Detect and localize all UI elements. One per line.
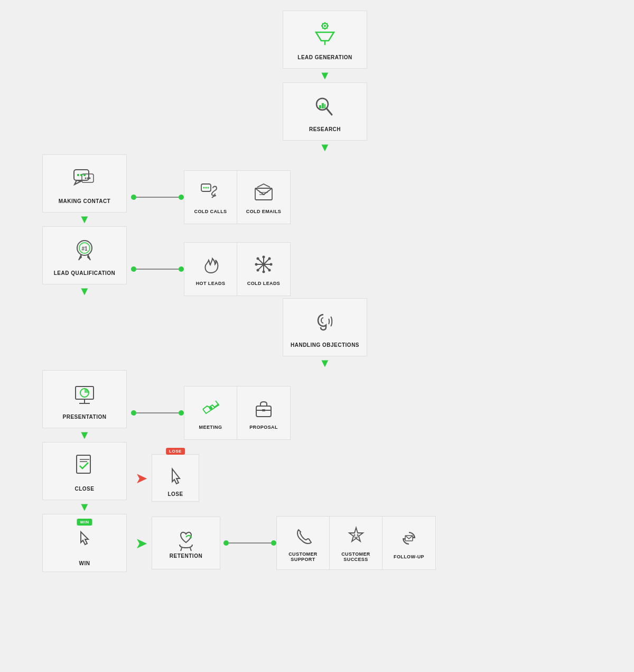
arrow-down-2: ▼	[319, 142, 331, 153]
branch-box-1: COLD CALLS	[184, 170, 291, 224]
close-wrapper: CLOSE ▼	[42, 442, 127, 514]
lead-qualification-row: #1 LEAD QUALIFICATION ▼	[26, 226, 608, 298]
svg-point-24	[87, 177, 89, 179]
meeting-icon	[200, 398, 221, 421]
handling-objections-label: HANDLING OBJECTIONS	[291, 342, 359, 348]
lose-branch: ➤ LOSE LOSE	[131, 454, 199, 502]
cold-calls-icon	[200, 182, 221, 206]
svg-marker-18	[74, 180, 81, 185]
hot-leads-icon	[200, 254, 221, 278]
svg-line-8	[327, 23, 328, 24]
cold-emails-item: COLD EMAILS	[237, 171, 290, 224]
presentation-icon	[71, 380, 98, 410]
branch-dot-right-2	[179, 266, 184, 272]
lead-generation-wrapper: LEAD GENERATION ▼	[42, 11, 608, 82]
svg-point-32	[207, 187, 209, 188]
branch-dot-left-4	[223, 540, 229, 546]
branch-dot-left-3	[131, 410, 136, 416]
close-box: CLOSE	[42, 442, 127, 500]
making-contact-box: MAKING CONTACT	[42, 154, 127, 213]
lead-qualification-wrapper: #1 LEAD QUALIFICATION ▼	[42, 226, 127, 298]
customer-success-icon	[346, 526, 366, 548]
branch-dot-right-4	[271, 540, 276, 546]
arrow-down-3: ▼	[79, 214, 90, 225]
cold-calls-item: COLD CALLS	[184, 171, 237, 224]
branch-box-2: HOT LEADS	[184, 242, 291, 296]
arrow-down-1: ▼	[319, 70, 331, 81]
lead-generation-label: LEAD GENERATION	[297, 54, 352, 60]
svg-rect-16	[324, 104, 325, 108]
branch-connector-1: COLD CALLS	[131, 170, 291, 224]
customer-support-icon	[293, 526, 313, 548]
cold-emails-label: COLD EMAILS	[246, 209, 281, 214]
hot-leads-label: HOT LEADS	[196, 281, 226, 286]
branch-dot-right-3	[179, 410, 184, 416]
cold-leads-icon	[253, 254, 274, 278]
svg-marker-41	[79, 254, 82, 260]
win-icon	[71, 527, 98, 556]
lose-badge: LOSE	[166, 448, 185, 455]
research-icon	[312, 93, 338, 122]
red-arrow-lose: ➤	[135, 470, 147, 487]
svg-text:#1: #1	[81, 246, 88, 252]
customer-support-label: CUSTOMER SUPPORT	[280, 551, 326, 562]
win-badge: WIN	[77, 519, 92, 526]
win-box: WIN WIN	[42, 514, 127, 572]
cold-leads-item: COLD LEADS	[237, 243, 290, 296]
lead-qualification-box: #1 LEAD QUALIFICATION	[42, 226, 127, 284]
svg-rect-14	[319, 105, 321, 108]
customer-support-item: CUSTOMER SUPPORT	[277, 517, 330, 569]
svg-rect-63	[262, 409, 265, 411]
lead-qualification-icon: #1	[71, 236, 98, 266]
follow-up-label: FOLLOW-UP	[394, 554, 424, 559]
branch-dot-left-1	[131, 195, 136, 200]
h-line-3	[136, 412, 179, 413]
branch-connector-2: HOT LEADS	[131, 242, 291, 296]
svg-line-7	[327, 27, 328, 29]
presentation-label: PRESENTATION	[63, 414, 107, 420]
cold-emails-icon	[253, 182, 274, 206]
lose-wrapper: LOSE LOSE	[152, 454, 199, 502]
presentation-row: PRESENTATION ▼ ME	[26, 370, 608, 442]
lose-box: LOSE	[152, 454, 199, 502]
branch-box-4: CUSTOMER SUPPORT CUSTOMER	[276, 516, 436, 570]
win-wrapper: WIN WIN	[42, 514, 127, 572]
svg-point-1	[324, 25, 326, 27]
handling-objections-icon	[312, 308, 338, 338]
svg-point-25	[89, 177, 91, 179]
branch-dot-left-2	[131, 266, 136, 272]
branch-box-3: MEETING PROPOSAL	[184, 386, 291, 440]
svg-line-9	[322, 27, 323, 29]
proposal-label: PROPOSAL	[249, 425, 278, 430]
arrow-down-7: ▼	[79, 501, 90, 513]
making-contact-wrapper: MAKING CONTACT ▼	[42, 154, 127, 226]
h-line-2	[136, 269, 179, 270]
hot-leads-item: HOT LEADS	[184, 243, 237, 296]
retention-label: RETENTION	[170, 553, 202, 559]
close-row: CLOSE ▼ ➤ LOSE LOSE	[26, 442, 608, 514]
lose-box-container: LOSE LOSE	[152, 454, 199, 502]
arrow-down-6: ▼	[79, 429, 90, 441]
lead-generation-box: LEAD GENERATION	[283, 11, 367, 69]
svg-rect-64	[77, 455, 90, 473]
handling-objections-box: HANDLING OBJECTIONS	[283, 298, 367, 356]
svg-point-47	[263, 255, 265, 258]
svg-point-54	[257, 269, 259, 271]
svg-point-69	[357, 534, 358, 536]
proposal-icon	[253, 398, 274, 421]
green-arrow-retention: ➤	[135, 535, 147, 552]
svg-point-68	[353, 534, 355, 536]
svg-point-23	[85, 177, 87, 179]
research-wrapper: RESEARCH ▼	[42, 82, 608, 154]
svg-point-60	[209, 407, 212, 410]
retention-icon	[174, 528, 198, 553]
svg-marker-10	[316, 32, 334, 41]
svg-point-28	[83, 174, 86, 176]
follow-up-item: FOLLOW-UP	[383, 517, 435, 569]
svg-line-6	[322, 23, 323, 24]
making-contact-icon	[71, 164, 98, 194]
arrow-down-5: ▼	[319, 357, 331, 369]
svg-point-51	[257, 257, 259, 260]
branch-dot-right-1	[179, 195, 184, 200]
making-contact-label: MAKING CONTACT	[59, 198, 110, 204]
